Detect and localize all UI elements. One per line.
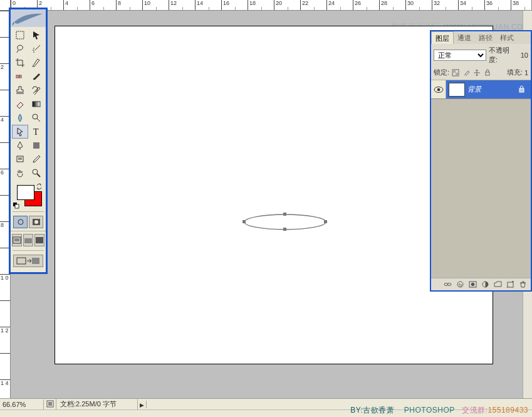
svg-point-16 bbox=[18, 219, 23, 224]
blend-mode-select[interactable]: 正常 bbox=[434, 50, 486, 61]
ellipse-path[interactable] bbox=[243, 213, 327, 231]
path-select-tool[interactable] bbox=[12, 125, 28, 139]
doc-label: 文档: bbox=[60, 400, 76, 408]
document-size[interactable]: 文档:2.25M/0 字节 bbox=[56, 398, 138, 410]
screen-full-button[interactable] bbox=[34, 234, 44, 246]
brush-tool[interactable] bbox=[28, 70, 44, 83]
screen-standard-button[interactable] bbox=[12, 234, 22, 246]
link-layers-icon[interactable] bbox=[443, 280, 452, 289]
tab-paths[interactable]: 路径 bbox=[475, 31, 496, 44]
jump-row bbox=[11, 252, 46, 270]
opacity-value[interactable]: 10 bbox=[521, 51, 528, 59]
zoom-level[interactable]: 66.67% bbox=[0, 399, 44, 409]
lock-all-icon[interactable] bbox=[483, 68, 492, 77]
svg-text:fx: fx bbox=[459, 283, 462, 287]
layer-style-icon[interactable]: fx bbox=[456, 280, 464, 289]
stamp-tool[interactable] bbox=[12, 83, 28, 97]
gradient-tool[interactable] bbox=[28, 97, 44, 111]
credit-group-label: 交流群: bbox=[462, 406, 488, 414]
ruler-tick bbox=[0, 300, 10, 327]
delete-layer-icon[interactable] bbox=[518, 280, 527, 289]
eraser-tool[interactable] bbox=[12, 97, 28, 111]
lock-transparent-icon[interactable] bbox=[451, 68, 460, 77]
svg-rect-22 bbox=[24, 237, 32, 238]
fill-value[interactable]: 1 bbox=[524, 69, 528, 77]
svg-rect-11 bbox=[33, 142, 39, 149]
svg-point-18 bbox=[34, 220, 38, 224]
svg-rect-29 bbox=[486, 72, 489, 75]
ruler-tick: 4 bbox=[63, 0, 90, 10]
ruler-tick: 24 bbox=[326, 0, 353, 10]
layer-thumbnail[interactable] bbox=[449, 83, 465, 97]
adjustment-layer-icon[interactable] bbox=[481, 280, 489, 289]
status-bar: 66.67% 文档:2.25M/0 字节 ▶ BY:古欲香萧 PHOTOSHOP… bbox=[0, 398, 532, 417]
ruler-tick: 18 bbox=[248, 0, 274, 10]
group-layers-icon[interactable] bbox=[493, 280, 502, 289]
svg-rect-4 bbox=[324, 220, 327, 223]
svg-rect-8 bbox=[33, 102, 40, 107]
ruler-tick: 36 bbox=[484, 0, 511, 10]
canvas[interactable] bbox=[55, 26, 493, 364]
ruler-tick bbox=[0, 353, 10, 379]
ruler-tick: 8 bbox=[116, 0, 142, 10]
tab-channels[interactable]: 通道 bbox=[454, 31, 475, 44]
wand-tool[interactable] bbox=[28, 42, 44, 56]
swap-colors-icon[interactable] bbox=[36, 183, 43, 190]
jump-to-imageready-button[interactable] bbox=[13, 255, 43, 267]
layer-visibility-toggle[interactable] bbox=[431, 80, 446, 98]
screen-mode-row bbox=[11, 231, 46, 249]
ruler-tick: 30 bbox=[405, 0, 432, 10]
default-colors-icon[interactable] bbox=[13, 203, 19, 209]
layer-row[interactable]: 背景 bbox=[431, 80, 531, 99]
layer-name-label[interactable]: 背景 bbox=[467, 85, 518, 94]
svg-rect-15 bbox=[15, 204, 19, 208]
lock-position-icon[interactable] bbox=[472, 68, 481, 77]
edit-mode-row bbox=[11, 213, 46, 231]
credit-product: PHOTOSHOP bbox=[404, 406, 455, 414]
slice-tool[interactable] bbox=[28, 56, 44, 70]
svg-rect-42 bbox=[48, 402, 52, 406]
ruler-tick: 22 bbox=[300, 0, 326, 10]
status-info-icon[interactable] bbox=[44, 399, 56, 410]
svg-rect-24 bbox=[17, 258, 26, 264]
move-tool[interactable] bbox=[28, 28, 44, 42]
history-brush-tool[interactable] bbox=[28, 83, 44, 97]
svg-text:T: T bbox=[33, 127, 39, 137]
color-swatches bbox=[11, 181, 46, 210]
quickmask-mode-button[interactable] bbox=[29, 216, 43, 228]
credit-group-no: 155189433 bbox=[488, 406, 528, 414]
type-tool[interactable]: T bbox=[28, 125, 44, 139]
svg-point-31 bbox=[437, 88, 440, 91]
blur-tool[interactable] bbox=[12, 111, 28, 125]
toolbox-header-feather-icon bbox=[11, 9, 46, 27]
dodge-tool[interactable] bbox=[28, 111, 44, 125]
opacity-label: 不透明度: bbox=[489, 46, 518, 65]
ruler-tick: 28 bbox=[379, 0, 405, 10]
new-layer-icon[interactable] bbox=[506, 280, 514, 289]
healing-brush-tool[interactable] bbox=[12, 70, 28, 83]
pen-tool[interactable] bbox=[12, 139, 28, 152]
notes-tool[interactable] bbox=[12, 152, 28, 166]
lock-paint-icon[interactable] bbox=[462, 68, 471, 77]
svg-rect-5 bbox=[16, 31, 24, 39]
screen-full-menubar-button[interactable] bbox=[23, 234, 33, 246]
svg-rect-20 bbox=[14, 238, 19, 241]
toolbox: T bbox=[9, 8, 48, 274]
shape-tool[interactable] bbox=[28, 139, 44, 152]
crop-tool[interactable] bbox=[12, 56, 28, 70]
layer-mask-icon[interactable] bbox=[468, 280, 477, 289]
foreground-color-swatch[interactable] bbox=[17, 185, 34, 200]
tab-layers[interactable]: 图层 bbox=[431, 31, 454, 44]
lasso-tool[interactable] bbox=[12, 42, 28, 56]
svg-rect-3 bbox=[243, 220, 246, 223]
standard-mode-button[interactable] bbox=[13, 216, 28, 228]
zoom-tool[interactable] bbox=[28, 166, 44, 180]
status-menu-arrow[interactable]: ▶ bbox=[138, 401, 147, 408]
hand-tool[interactable] bbox=[12, 166, 28, 180]
tab-styles[interactable]: 样式 bbox=[496, 31, 518, 44]
panel-controls-row1: 正常 不透明度: 10 bbox=[431, 44, 531, 66]
svg-rect-27 bbox=[452, 70, 456, 73]
marquee-tool[interactable] bbox=[12, 28, 28, 42]
ruler-tick: 26 bbox=[353, 0, 379, 10]
eyedropper-tool[interactable] bbox=[28, 152, 44, 166]
